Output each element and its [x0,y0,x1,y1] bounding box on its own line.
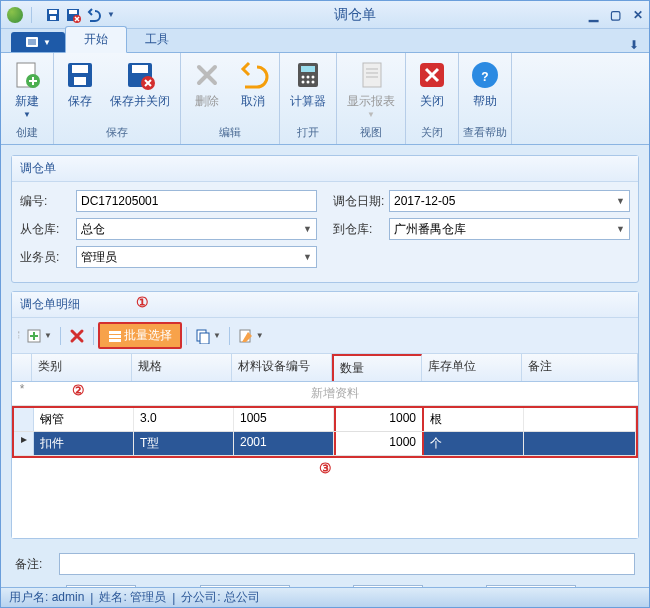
qat-save-close-icon[interactable] [64,6,82,24]
ribbon-group-view: 显示报表 ▼ 视图 [337,53,406,144]
table-row[interactable]: ▸ 扣件 T型 2001 1000 个 [14,432,636,456]
cell-unit[interactable]: 根 [424,408,524,431]
svg-rect-35 [109,335,121,338]
minimize-button[interactable]: ▁ [589,8,598,22]
cell-code[interactable]: 2001 [234,432,334,455]
toolbar-chevron-icon[interactable]: ⦙ [18,330,20,341]
delete-row-button[interactable] [65,326,89,346]
cell-qty[interactable]: 1000 [334,408,424,431]
chevron-down-icon[interactable]: ▼ [616,196,625,206]
delete-button[interactable]: 删除 [185,55,229,114]
mod-date-field[interactable]: 2017-12-05▼ [486,585,576,587]
chevron-down-icon[interactable]: ▼ [303,224,312,234]
annotation-2: ② [72,382,85,398]
svg-rect-1 [49,10,57,14]
no-input[interactable]: DC171205001 [76,190,317,212]
notes-label: 备注: [15,556,59,573]
close-button[interactable]: ✕ [633,8,643,22]
new-row-placeholder: 新增资料 [311,386,359,400]
status-branch: 分公司: 总公司 [181,589,260,606]
detail-grid: 类别 规格 材料设备编号 数量 库存单位 备注 * ② 新增资料 钢管 3.0 [12,354,638,538]
batch-select-button[interactable]: 批量选择 [98,322,182,349]
col-code[interactable]: 材料设备编号 [232,354,332,381]
row-indicator [14,408,34,431]
audit-footer: 建立用户:管理员 建立日期:2017-12-05▼ 修改用户:管理员 修改日期:… [11,581,639,587]
delete-icon [191,59,223,91]
show-report-button[interactable]: 显示报表 ▼ [341,55,401,123]
col-unit[interactable]: 库存单位 [422,354,522,381]
undo-icon [237,59,269,91]
qat-dropdown-icon[interactable]: ▼ [102,6,120,24]
create-user-field[interactable]: 管理员 [66,585,136,587]
header-panel: 调仓单 编号: DC171205001 调仓日期: 2017-12-05▼ 从仓… [11,155,639,283]
annotation-3: ③ [319,460,332,476]
copy-row-button[interactable]: ▼ [191,326,225,346]
app-logo-icon [7,7,23,23]
cell-category[interactable]: 扣件 [34,432,134,455]
new-button[interactable]: 新建 ▼ [5,55,49,123]
svg-rect-36 [109,339,121,342]
chevron-down-icon[interactable]: ▼ [303,252,312,262]
svg-rect-34 [109,331,121,334]
edit-icon [238,328,254,344]
clerk-select[interactable]: 管理员▼ [76,246,317,268]
file-menu-button[interactable]: ▼ [11,32,65,52]
qat-save-icon[interactable] [44,6,62,24]
content-area: 调仓单 编号: DC171205001 调仓日期: 2017-12-05▼ 从仓… [1,145,649,587]
svg-point-24 [307,81,310,84]
grid-indicator-col [12,354,32,381]
annotation-1: ① [136,294,149,310]
save-button[interactable]: 保存 [58,55,102,114]
file-icon [25,35,39,49]
mod-user-field[interactable]: 管理员 [353,585,423,587]
maximize-button[interactable]: ▢ [610,8,621,22]
pin-ribbon-icon[interactable]: ⬇ [629,38,639,52]
svg-rect-26 [363,63,381,87]
close-doc-button[interactable]: 关闭 [410,55,454,114]
cell-code[interactable]: 1005 [234,408,334,431]
col-note[interactable]: 备注 [522,354,638,381]
to-warehouse-select[interactable]: 广州番禺仓库▼ [389,218,630,240]
cell-qty[interactable]: 1000 [334,432,424,455]
cell-unit[interactable]: 个 [424,432,524,455]
date-input[interactable]: 2017-12-05▼ [389,190,630,212]
help-button[interactable]: ? 帮助 [463,55,507,114]
ribbon-group-save: 保存 保存并关闭 保存 [54,53,181,144]
col-category[interactable]: 类别 [32,354,132,381]
save-close-button[interactable]: 保存并关闭 [104,55,176,114]
cell-category[interactable]: 钢管 [34,408,134,431]
chevron-down-icon[interactable]: ▼ [616,224,625,234]
svg-point-20 [302,76,305,79]
ribbon-tabbar: ▼ 开始 工具 ⬇ [1,29,649,53]
ribbon-group-edit: 删除 取消 编辑 [181,53,280,144]
detail-panel: 调仓单明细 ① ⦙ ▼ 批量选择 ▼ ▼ 类别 规格 材料设备编号 数 [11,291,639,539]
titlebar: ▼ 调仓单 ▁ ▢ ✕ [1,1,649,29]
header-panel-title: 调仓单 [12,156,638,182]
svg-rect-16 [132,65,148,73]
no-label: 编号: [20,193,76,210]
tab-tools[interactable]: 工具 [127,27,187,52]
create-date-field[interactable]: 2017-12-05▼ [200,585,290,587]
qat-undo-icon[interactable] [84,6,102,24]
svg-text:?: ? [481,70,488,84]
ribbon-group-close: 关闭 关闭 [406,53,459,144]
col-qty[interactable]: 数量 [332,354,422,381]
notes-input[interactable] [59,553,635,575]
delete-icon [69,328,85,344]
cell-spec[interactable]: 3.0 [134,408,234,431]
cell-spec[interactable]: T型 [134,432,234,455]
svg-point-25 [312,81,315,84]
cell-note[interactable] [524,432,636,455]
tab-start[interactable]: 开始 [65,26,127,53]
status-name: 姓名: 管理员 [99,589,166,606]
from-warehouse-select[interactable]: 总仓▼ [76,218,317,240]
cancel-button[interactable]: 取消 [231,55,275,114]
edit-row-button[interactable]: ▼ [234,326,268,346]
col-spec[interactable]: 规格 [132,354,232,381]
add-row-button[interactable]: ▼ [22,326,56,346]
grid-new-row[interactable]: * ② 新增资料 [12,382,638,406]
row-indicator-current-icon: ▸ [14,432,34,455]
calculator-button[interactable]: 计算器 [284,55,332,114]
table-row[interactable]: 钢管 3.0 1005 1000 根 [14,408,636,432]
cell-note[interactable] [524,408,636,431]
